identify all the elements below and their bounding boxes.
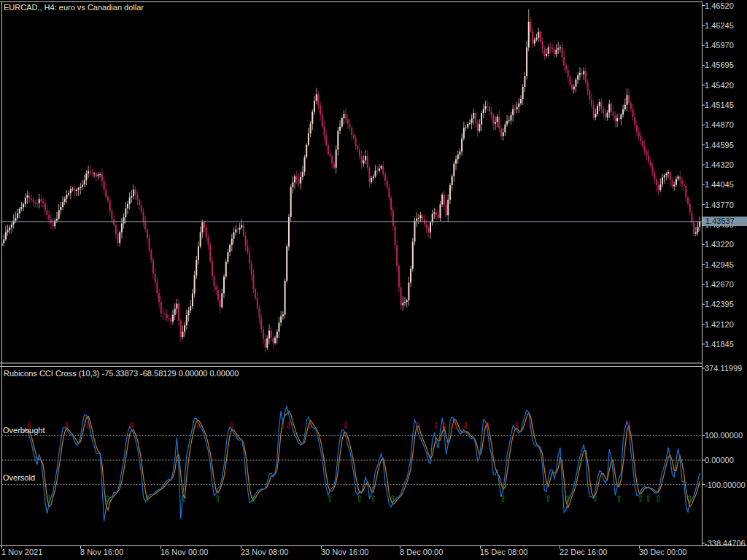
candle-body <box>398 266 400 287</box>
candle-body <box>392 210 394 225</box>
candle-body <box>542 42 543 49</box>
candle-body <box>104 182 105 190</box>
candle-body <box>404 302 406 303</box>
candle-body <box>28 195 30 199</box>
candle-body <box>514 109 516 110</box>
candle-body <box>143 212 144 222</box>
candle-body <box>282 314 284 316</box>
candle-body <box>245 236 247 245</box>
candle-body <box>64 199 66 202</box>
candle-body <box>50 219 52 223</box>
price-axis-label: 1.42395 <box>705 300 734 308</box>
candle-body <box>363 160 364 163</box>
price-axis-label: 1.44870 <box>705 121 734 129</box>
candle-body <box>452 176 453 186</box>
candle-body <box>581 73 583 74</box>
buy-arrow-icon: ⇧ <box>181 494 188 504</box>
candle-body <box>60 207 61 210</box>
sell-arrow-icon: ⇩ <box>63 421 70 431</box>
candle-body <box>446 205 447 215</box>
price-axis-label: 1.42120 <box>705 321 734 329</box>
candle-body <box>149 238 150 251</box>
candle-body <box>408 283 409 300</box>
candle-body <box>147 229 148 238</box>
candle-body <box>223 276 225 293</box>
candle-body <box>170 319 171 322</box>
candle-body <box>436 212 437 215</box>
candle-body <box>568 70 569 77</box>
candle-body <box>477 122 479 131</box>
candle-body <box>459 152 460 155</box>
candle-body <box>627 95 628 104</box>
candle-body <box>310 124 311 133</box>
candle-body <box>614 116 616 122</box>
candle-body <box>93 174 95 174</box>
price-axis-label: 1.41845 <box>705 341 734 349</box>
candle-body <box>524 76 525 87</box>
sell-arrow-icon: ⇩ <box>307 421 314 431</box>
candle-body <box>504 125 506 133</box>
candle-body <box>249 253 250 264</box>
candle-body <box>150 250 152 260</box>
level-lines <box>2 435 703 484</box>
candle-body <box>176 303 177 308</box>
candle-body <box>662 177 663 184</box>
candle-body <box>652 166 654 172</box>
candle-body <box>198 246 199 260</box>
candle-body <box>638 132 640 136</box>
candle-body <box>84 180 85 184</box>
chart-canvas[interactable]: ⇩⇧⇩⇩⇧⇩⇧⇧⇩⇧⇩⇧⇩⇩⇩⇧⇩⇧⇧⇧⇩⇩⇩⇩⇩⇩⇧⇩⇩⇧⇧⇧⇧⇩⇧⇧⇧⇧ <box>0 0 747 560</box>
candle-body <box>298 179 299 183</box>
candle-body <box>536 38 538 39</box>
candle-body <box>263 330 264 339</box>
candle-body <box>379 168 380 171</box>
candle-body <box>117 234 119 243</box>
candle-body <box>444 195 445 205</box>
candle-body <box>341 118 343 127</box>
candle-body <box>555 50 557 54</box>
candle-body <box>603 109 604 113</box>
sell-arrow-icon: ⇩ <box>85 421 92 431</box>
candle-body <box>20 207 22 209</box>
candle-body <box>427 228 429 232</box>
candle-body <box>80 187 81 188</box>
candle-body <box>252 275 254 289</box>
sell-arrow-icon: ⇩ <box>433 421 440 431</box>
candle-body <box>376 171 378 171</box>
candle-body <box>471 119 473 123</box>
candle-body <box>214 276 215 287</box>
candle-body <box>109 201 111 211</box>
candle-body <box>320 105 321 114</box>
price-axis-label: 1.42670 <box>705 281 734 289</box>
candle-body <box>583 71 584 74</box>
candle-body <box>516 107 518 109</box>
price-axis-label: 1.45970 <box>705 42 734 50</box>
candle-body <box>166 314 168 318</box>
candle-body <box>569 77 570 85</box>
candle-body <box>272 338 274 343</box>
candle-body <box>308 133 309 145</box>
candle-body <box>530 22 531 32</box>
candle-body <box>426 224 427 228</box>
candle-body <box>243 225 244 236</box>
candle-body <box>693 223 694 234</box>
candle-body <box>133 190 134 196</box>
trading-terminal-chart: { "window": { "title": "EURCAD., H4: eur… <box>0 0 747 560</box>
candle-body <box>192 293 193 306</box>
candle-body <box>111 211 112 219</box>
candle-body <box>644 147 646 152</box>
candle-body <box>697 227 699 232</box>
candle-body <box>36 203 38 204</box>
candle-body <box>125 209 126 217</box>
time-axis-label: 1 Nov 2021 <box>1 548 42 556</box>
candle-body <box>616 118 618 121</box>
candle-body <box>646 152 647 156</box>
sell-arrow-icon: ⇩ <box>195 421 202 431</box>
candle-body <box>131 196 132 198</box>
candle-body <box>286 246 287 281</box>
candle-body <box>333 163 335 168</box>
candle-body <box>62 202 63 207</box>
candle-body <box>439 204 441 217</box>
sell-arrow-icon: ⇩ <box>128 421 135 431</box>
candle-body <box>337 131 338 149</box>
